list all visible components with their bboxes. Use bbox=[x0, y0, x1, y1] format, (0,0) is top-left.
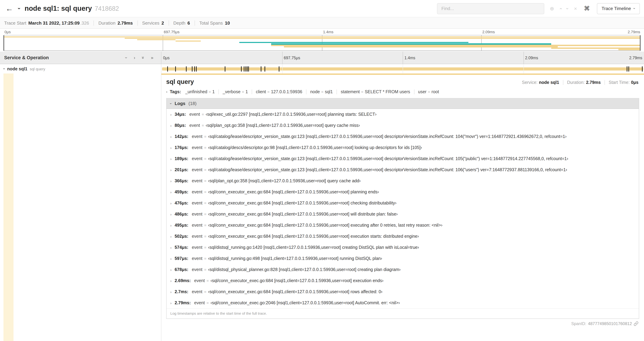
log-row[interactable]: ›2.79ms:event=‹sql/conn_executor_exec.go… bbox=[166, 297, 639, 308]
log-marker-tick bbox=[192, 66, 192, 71]
trace-id: 7418682 bbox=[95, 5, 119, 12]
detail-meta-item: Duration:2.79ms bbox=[563, 80, 604, 85]
collapse-all-icon[interactable]: » bbox=[151, 56, 154, 60]
log-row[interactable]: ›80μs:event=‹sql/plan_opt.go:358 [nsql1,… bbox=[166, 120, 639, 131]
log-equals: = bbox=[202, 123, 204, 128]
locate-match-icon[interactable]: ⊕ bbox=[550, 5, 554, 12]
log-chevron-icon: › bbox=[170, 157, 172, 161]
log-row[interactable]: ›176μs:event=‹sql/catalog/descs/descript… bbox=[166, 142, 639, 153]
command-icon: ⌘ bbox=[584, 5, 590, 12]
log-timestamp: 2.69ms: bbox=[175, 278, 191, 283]
detail-meta-item: Start Time:0μs bbox=[604, 80, 639, 85]
minimap-right-scrubber[interactable] bbox=[640, 35, 640, 51]
log-chevron-icon: › bbox=[170, 268, 172, 272]
tags-accordion[interactable]: › Tags: _unfinished=1_verbose=1client=12… bbox=[166, 89, 639, 94]
tag-item: user=root bbox=[414, 89, 443, 94]
span-row[interactable]: › node sql1 sql query bbox=[0, 64, 644, 74]
page-title: node sql1: sql query7418682 bbox=[24, 5, 119, 13]
log-row[interactable]: ›502μs:event=‹sql/conn_executor_exec.go:… bbox=[166, 231, 639, 242]
collapse-header-icon[interactable]: › bbox=[17, 8, 22, 9]
log-row[interactable]: ›142μs:event=‹sql/catalog/lease/descript… bbox=[166, 131, 639, 142]
log-key: event bbox=[192, 212, 202, 217]
trace-view-label: Trace Timeline bbox=[602, 6, 631, 11]
log-row[interactable]: ›476μs:event=‹sql/conn_executor_exec.go:… bbox=[166, 198, 639, 209]
summary-item: Total Spans10 bbox=[194, 20, 234, 26]
span-operation-name: sql query bbox=[30, 67, 45, 71]
log-row[interactable]: ›189μs:event=‹sql/catalog/lease/descript… bbox=[166, 153, 639, 164]
log-key: event bbox=[194, 300, 205, 305]
log-row[interactable]: ›678μs:event=‹sql/distsql_physical_plann… bbox=[166, 264, 639, 275]
log-timestamp: 2.7ms: bbox=[175, 289, 188, 294]
expand-all-icon[interactable]: » bbox=[141, 57, 145, 59]
span-expander-icon[interactable]: › bbox=[2, 68, 6, 69]
log-value: ‹sql/distsql_running.go:1420 [nsql1,clie… bbox=[208, 245, 419, 250]
log-timestamp: 502μs: bbox=[175, 234, 188, 239]
back-button[interactable]: ← bbox=[4, 5, 14, 12]
log-timestamp: 176μs: bbox=[175, 145, 188, 150]
timeline-tick-label: 2.79ms bbox=[629, 56, 644, 60]
log-value: ‹sql/exec_util.go:2297 [nsql1,client=127… bbox=[206, 112, 376, 117]
log-value: ‹sql/conn_executor_exec.go:2046 [nsql1,c… bbox=[210, 300, 400, 305]
summary-value: March 31 2022, 17:25:09 bbox=[28, 20, 80, 26]
log-row[interactable]: ›459μs:event=‹sql/conn_executor_exec.go:… bbox=[166, 186, 639, 198]
find-input[interactable] bbox=[437, 3, 544, 14]
log-value: ‹sql/conn_executor_exec.go:684 [nsql1,cl… bbox=[208, 289, 382, 294]
log-chevron-icon: › bbox=[170, 124, 172, 128]
next-result-icon[interactable]: › bbox=[565, 8, 570, 9]
detail-meta-label: Start Time: bbox=[609, 80, 630, 85]
log-row[interactable]: ›486μs:event=‹sql/conn_executor_exec.go:… bbox=[166, 209, 639, 220]
expand-one-icon[interactable]: › bbox=[124, 57, 129, 59]
log-row[interactable]: ›2.69ms:event=‹sql/conn_executor_exec.go… bbox=[166, 275, 639, 286]
log-row[interactable]: ›495μs:event=‹sql/conn_executor_exec.go:… bbox=[166, 220, 639, 231]
clear-search-icon[interactable]: × bbox=[574, 6, 577, 12]
log-key: event bbox=[192, 234, 202, 239]
log-row[interactable]: ›34μs:event=‹sql/exec_util.go:2297 [nsql… bbox=[166, 109, 639, 120]
service-operation-title: Service & Operation bbox=[4, 55, 49, 60]
timeline-column-header: Service & Operation › › » » 0μs697.75μs1… bbox=[0, 52, 644, 64]
collapse-one-icon[interactable]: › bbox=[134, 56, 135, 60]
span-detail-panel: sql query Service:node sql1Duration:2.79… bbox=[161, 74, 644, 341]
log-marker-tick bbox=[265, 66, 266, 71]
log-row[interactable]: ›201μs:event=‹sql/catalog/lease/descript… bbox=[166, 164, 639, 175]
log-chevron-icon: › bbox=[170, 191, 172, 194]
log-marker-tick bbox=[247, 66, 248, 71]
span-row-name-cell[interactable]: › node sql1 sql query bbox=[0, 64, 161, 74]
log-value: ‹sql/distsql_running.go:498 [nsql1,clien… bbox=[208, 256, 382, 261]
log-key: event bbox=[192, 190, 202, 194]
minimap-left-scrubber[interactable] bbox=[4, 35, 4, 51]
tag-key: _unfinished bbox=[185, 89, 208, 94]
logs-header[interactable]: › Logs (18) bbox=[166, 98, 639, 109]
logs-note: Log timestamps are relative to the start… bbox=[166, 308, 639, 318]
log-chevron-icon: › bbox=[170, 301, 172, 305]
log-chevron-icon: › bbox=[170, 213, 172, 216]
log-key: event bbox=[192, 256, 202, 261]
trace-view-dropdown[interactable]: Trace Timeline › bbox=[597, 3, 640, 14]
log-timestamp: 142μs: bbox=[175, 134, 188, 139]
log-chevron-icon: › bbox=[170, 168, 172, 172]
log-marker-tick bbox=[245, 66, 246, 71]
span-detail-meta: Service:node sql1Duration:2.79msStart Ti… bbox=[518, 80, 639, 85]
prev-result-icon[interactable]: › bbox=[558, 8, 563, 9]
deep-link-icon[interactable] bbox=[634, 321, 638, 326]
tag-equals: = bbox=[242, 90, 244, 94]
minimap-canvas[interactable] bbox=[4, 35, 640, 51]
log-row[interactable]: ›574μs:event=‹sql/distsql_running.go:142… bbox=[166, 242, 639, 253]
log-row[interactable]: ›597μs:event=‹sql/distsql_running.go:498… bbox=[166, 253, 639, 264]
log-value: ‹sql/catalog/lease/descriptor_version_st… bbox=[208, 167, 567, 172]
log-equals: = bbox=[204, 267, 206, 272]
span-service-name: node sql1 bbox=[7, 66, 27, 71]
span-row-timeline[interactable] bbox=[161, 64, 644, 74]
tag-item: node=sql1 bbox=[306, 89, 336, 94]
log-value: ‹sql/conn_executor_exec.go:684 [nsql1,cl… bbox=[208, 201, 396, 205]
back-icon: ← bbox=[6, 4, 13, 13]
keyboard-shortcuts-button[interactable]: ⌘ bbox=[582, 5, 591, 12]
log-timestamp: 486μs: bbox=[175, 212, 188, 217]
log-row[interactable]: ›366μs:event=‹sql/plan_opt.go:358 [nsql1… bbox=[166, 175, 639, 186]
tag-equals: = bbox=[428, 90, 430, 94]
tag-item: client=127.0.0.1:59936 bbox=[252, 89, 306, 94]
log-marker-tick bbox=[642, 66, 643, 71]
tag-item: statement=SELECT * FROM users bbox=[336, 89, 414, 94]
log-timestamp: 201μs: bbox=[175, 167, 188, 172]
log-row[interactable]: ›2.7ms:event=‹sql/conn_executor_exec.go:… bbox=[166, 286, 639, 297]
tag-value: 1 bbox=[212, 89, 215, 94]
